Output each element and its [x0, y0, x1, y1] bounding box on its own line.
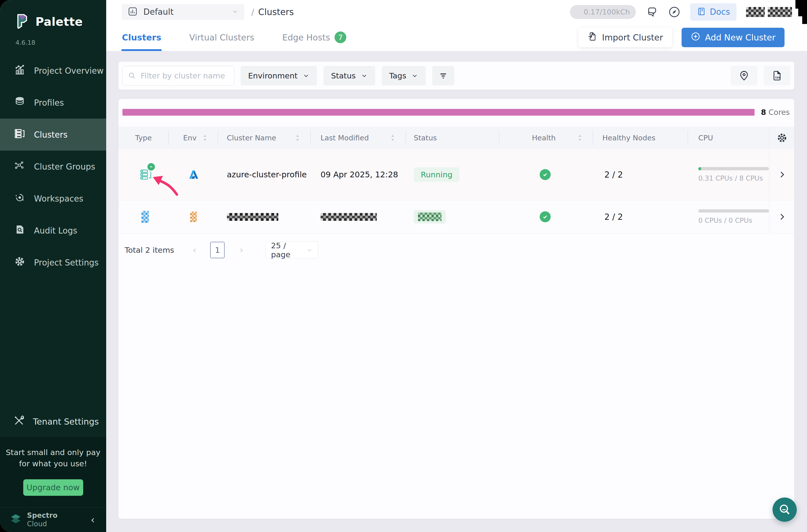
table-settings-gear-icon[interactable]: [776, 132, 788, 144]
table-row[interactable]: azure-cluster-profile 09 Apr 2025, 12:28…: [118, 149, 794, 200]
col-cpu[interactable]: CPU: [688, 127, 769, 149]
project-icon: [127, 6, 138, 18]
chevron-down-icon: [411, 72, 418, 79]
edge-hosts-badge: 7: [335, 32, 346, 43]
layers-icon: [14, 96, 25, 109]
pagination-next-icon[interactable]: ›: [240, 246, 243, 254]
sidebar-item-label: Cluster Groups: [34, 162, 95, 172]
cell-cluster-name: [218, 200, 311, 233]
location-pin-icon: [738, 70, 750, 81]
project-selector[interactable]: Default: [122, 4, 244, 20]
breadcrumb-separator: /: [251, 7, 254, 17]
import-icon: [587, 32, 597, 43]
sort-icon[interactable]: [577, 134, 583, 141]
import-cluster-button[interactable]: Import Cluster: [578, 28, 672, 47]
sort-icon[interactable]: [295, 134, 300, 141]
table-row[interactable]: 2 / 2 0 CPUs / 0 CPUs: [118, 200, 794, 233]
cell-type: [118, 200, 169, 233]
capacity-row: 8 Cores: [118, 99, 794, 117]
sidebar-item-clusters[interactable]: Clusters: [0, 119, 106, 151]
bar-chart-icon: [14, 64, 25, 77]
sort-icon[interactable]: [390, 134, 395, 141]
redacted-date: [321, 213, 377, 221]
tab-clusters[interactable]: Clusters: [122, 24, 161, 51]
sidebar: Palette 4.6.18 Project Overview Profiles: [0, 0, 106, 532]
doc-search-icon: [14, 224, 25, 237]
chevron-down-icon: [231, 8, 239, 16]
chevron-right-icon: [777, 212, 787, 221]
status-filter[interactable]: Status: [323, 66, 375, 86]
project-selector-value: Default: [144, 7, 226, 17]
redacted-block: [768, 7, 792, 17]
breadcrumb: / Clusters: [251, 7, 294, 17]
chevron-down-icon: [361, 72, 368, 79]
chat-icon[interactable]: [645, 5, 658, 18]
search-fab-button[interactable]: [772, 497, 797, 522]
tab-virtual-clusters[interactable]: Virtual Clusters: [189, 24, 254, 51]
tools-icon: [13, 415, 25, 429]
environment-filter[interactable]: Environment: [241, 66, 317, 86]
pagination: Total 2 items ‹ 1 › 25 / page: [118, 233, 794, 266]
chevron-down-icon: [306, 247, 313, 253]
brand-name: Spectro Cloud: [27, 511, 57, 528]
sidebar-item-audit-logs[interactable]: Audit Logs: [0, 214, 106, 247]
docs-label: Docs: [710, 7, 730, 17]
col-type[interactable]: Type: [118, 127, 169, 149]
sidebar-item-project-overview[interactable]: Project Overview: [0, 55, 106, 87]
user-name-redacted[interactable]: [746, 7, 792, 17]
cpu-usage-text: 0 CPUs / 0 CPUs: [698, 216, 752, 224]
row-expand-button[interactable]: [769, 200, 794, 233]
export-csv-button[interactable]: csv: [764, 66, 790, 86]
sidebar-item-project-settings[interactable]: Project Settings: [0, 247, 106, 279]
cell-status: Running: [406, 149, 500, 200]
col-healthy-nodes[interactable]: Healthy Nodes: [593, 127, 688, 149]
sort-icon[interactable]: [202, 134, 208, 141]
row-expand-button[interactable]: [769, 149, 794, 200]
sidebar-item-label: Project Settings: [34, 258, 99, 267]
redacted-status-badge: [414, 210, 446, 224]
page-size-select[interactable]: 25 / page: [265, 242, 318, 259]
docs-button[interactable]: Docs: [690, 3, 736, 21]
csv-file-icon: csv: [771, 70, 783, 81]
servers-icon: [14, 128, 25, 141]
network-icon: [14, 160, 25, 173]
col-health[interactable]: Health: [500, 127, 593, 149]
col-last-modified[interactable]: Last Modified: [311, 127, 406, 149]
col-cluster-name[interactable]: Cluster Name: [218, 127, 311, 149]
tags-filter[interactable]: Tags: [382, 66, 426, 86]
upgrade-now-button[interactable]: Upgrade now: [23, 479, 83, 496]
usage-meter: 0.17/100kCh: [570, 5, 636, 19]
add-new-cluster-button[interactable]: Add New Cluster: [681, 28, 785, 47]
cell-cpu: 0.31 CPUs / 8 CPUs: [688, 149, 769, 200]
col-env[interactable]: Env: [169, 127, 218, 149]
topbar-right: 0.17/100kCh Docs: [570, 3, 792, 21]
health-check-icon: [540, 211, 551, 222]
cell-cluster-name[interactable]: azure-cluster-profile: [218, 149, 311, 200]
advanced-filter-button[interactable]: [432, 66, 454, 86]
pagination-prev-icon[interactable]: ‹: [193, 246, 196, 254]
gear-icon: [14, 256, 25, 269]
sidebar-item-workspaces[interactable]: Workspaces: [0, 183, 106, 214]
magnifier-smile-icon: [778, 503, 791, 516]
sidebar-item-tenant-settings[interactable]: Tenant Settings: [0, 406, 106, 437]
palette-logo-icon: [15, 13, 29, 31]
col-status[interactable]: Status: [406, 127, 500, 149]
map-view-button[interactable]: [731, 66, 757, 86]
sidebar-item-profiles[interactable]: Profiles: [0, 87, 106, 119]
app-version: 4.6.18: [16, 39, 106, 46]
pagination-total: Total 2 items: [125, 246, 174, 254]
cores-usage-bar: [123, 109, 754, 116]
app-window: Palette 4.6.18 Project Overview Profiles: [0, 0, 807, 532]
cell-status: [406, 200, 500, 233]
collapse-sidebar-icon[interactable]: ‹: [91, 515, 95, 525]
search-input[interactable]: [140, 71, 229, 80]
pagination-page-1[interactable]: 1: [210, 242, 225, 258]
orbit-icon: [14, 192, 25, 205]
column-settings-cell: [769, 127, 794, 149]
cell-health: [500, 200, 593, 233]
cell-healthy-nodes: 2 / 2: [593, 149, 688, 200]
tab-edge-hosts[interactable]: Edge Hosts 7: [282, 24, 346, 51]
sidebar-item-cluster-groups[interactable]: Cluster Groups: [0, 151, 106, 183]
compass-icon[interactable]: [668, 5, 681, 18]
upgrade-available-badge: [146, 162, 156, 172]
